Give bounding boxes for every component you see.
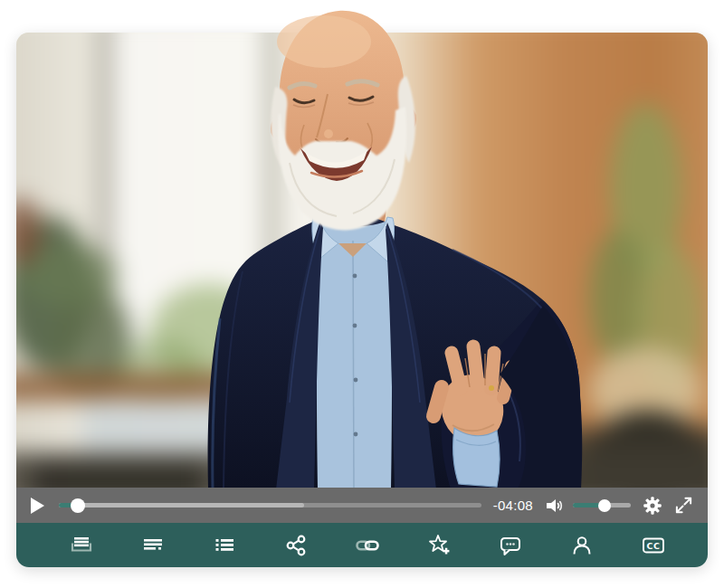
transcript-tray-button[interactable] [67,531,96,560]
bulleted-list-icon [211,532,238,559]
volume-thumb[interactable] [598,499,611,512]
volume-button[interactable] [545,497,565,515]
volume-slider[interactable] [573,503,631,507]
comments-button[interactable] [496,531,525,560]
fullscreen-expand-icon [674,496,693,515]
star-add-icon [425,532,452,559]
fullscreen-button[interactable] [674,496,693,515]
time-remaining: -04:08 [493,498,533,513]
video-frame[interactable] [16,33,708,488]
star-add-button[interactable] [424,531,453,560]
progress-buffered [59,503,304,507]
notes-button[interactable] [138,531,167,560]
progress-thumb[interactable] [71,498,85,513]
video-player: -04:08 [16,33,708,567]
playback-control-bar: -04:08 [16,488,708,523]
settings-button[interactable] [643,496,662,516]
transcript-tray-icon [68,532,95,559]
video-blurred-background [16,33,708,488]
progress-played [59,503,78,507]
speaker-icon [545,497,565,515]
page-background: -04:08 [0,0,724,588]
closed-captions-icon: CC [640,532,667,559]
bulleted-list-button[interactable] [210,531,239,560]
play-icon [29,497,45,515]
feature-toolbar: CC [16,523,708,567]
link-icon [354,532,381,559]
volume-fill [573,503,605,507]
progress-bar[interactable] [59,503,481,507]
profile-icon [568,532,595,559]
play-button[interactable] [29,496,47,516]
comments-icon [497,532,524,559]
share-button[interactable] [281,531,310,560]
closed-captions-button[interactable]: CC [639,531,668,560]
gear-icon [643,496,662,516]
profile-button[interactable] [567,531,596,560]
cc-label: CC [647,540,661,550]
notes-icon [139,532,167,559]
share-icon [282,532,310,559]
link-button[interactable] [353,531,382,560]
